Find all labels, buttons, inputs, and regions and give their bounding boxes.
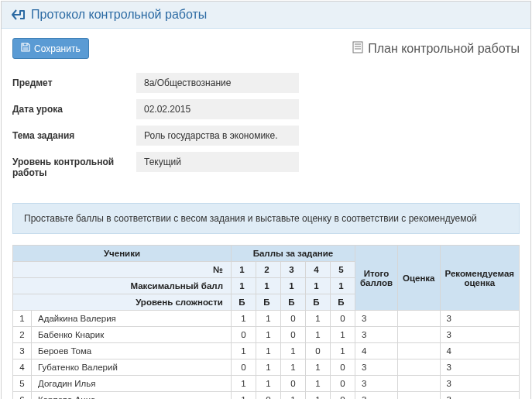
subhead-cell: 3 xyxy=(280,262,305,278)
score-cell[interactable]: 1 xyxy=(305,392,330,400)
recommended-cell: 3 xyxy=(440,359,520,376)
form-row-level: Уровень контрольной работы Текущий xyxy=(12,152,520,178)
grade-cell[interactable] xyxy=(397,392,440,400)
score-cell[interactable]: 0 xyxy=(305,343,330,359)
score-cell[interactable]: 1 xyxy=(256,311,280,327)
subhead-cell: 1 xyxy=(256,278,280,294)
score-cell[interactable]: 1 xyxy=(280,359,305,376)
subject-label: Предмет xyxy=(12,73,136,88)
score-cell[interactable]: 1 xyxy=(231,311,256,327)
total-cell: 3 xyxy=(355,392,397,400)
score-cell[interactable]: 1 xyxy=(305,327,330,343)
row-index: 3 xyxy=(13,343,32,359)
grade-cell[interactable] xyxy=(397,327,440,343)
score-cell[interactable]: 1 xyxy=(256,327,280,343)
total-cell: 4 xyxy=(355,343,397,359)
score-cell[interactable]: 0 xyxy=(280,327,305,343)
grade-cell[interactable] xyxy=(397,359,440,376)
score-cell[interactable]: 1 xyxy=(305,376,330,392)
subhead-label: Максимальный балл xyxy=(13,278,232,294)
table-row: 4Губатенко Валерий0111033 xyxy=(13,359,520,376)
row-index: 2 xyxy=(13,327,32,343)
total-cell: 3 xyxy=(355,311,397,327)
save-button[interactable]: Сохранить xyxy=(12,38,89,59)
row-index: 4 xyxy=(13,359,32,376)
student-name: Бероев Тома xyxy=(32,343,232,359)
student-name: Губатенко Валерий xyxy=(32,359,232,376)
save-button-label: Сохранить xyxy=(34,43,81,54)
plan-link[interactable]: План контрольной работы xyxy=(352,41,520,57)
svg-rect-0 xyxy=(353,42,362,53)
subject-value: 8а/Обществознание xyxy=(136,73,299,93)
score-cell[interactable]: 1 xyxy=(280,392,305,400)
table-row: 6Карпова Анна1011033 xyxy=(13,392,520,400)
subhead-label: Уровень сложности xyxy=(13,294,232,311)
th-scores: Баллы за задание xyxy=(231,246,355,262)
score-cell[interactable]: 1 xyxy=(330,327,355,343)
recommended-cell: 3 xyxy=(440,376,520,392)
save-icon xyxy=(21,43,30,54)
score-cell[interactable]: 1 xyxy=(256,343,280,359)
page-header: Протокол контрольной работы xyxy=(2,2,530,29)
date-label: Дата урока xyxy=(12,99,136,115)
grid-wrap: Ученики Баллы за задание Итого баллов Оц… xyxy=(2,245,530,399)
score-cell[interactable]: 0 xyxy=(330,392,355,400)
plan-link-label: План контрольной работы xyxy=(368,42,520,56)
score-cell[interactable]: 0 xyxy=(231,327,256,343)
score-cell[interactable]: 0 xyxy=(231,359,256,376)
row-index: 6 xyxy=(13,392,32,400)
subhead-cell: 4 xyxy=(305,262,330,278)
recommended-cell: 3 xyxy=(440,311,520,327)
form-row-date: Дата урока 02.02.2015 xyxy=(12,99,520,119)
page-title: Протокол контрольной работы xyxy=(31,8,207,22)
score-cell[interactable]: 1 xyxy=(231,343,256,359)
student-name: Бабенко Кнарик xyxy=(32,327,232,343)
score-cell[interactable]: 1 xyxy=(305,359,330,376)
results-table: Ученики Баллы за задание Итого баллов Оц… xyxy=(12,245,520,399)
score-cell[interactable]: 1 xyxy=(305,311,330,327)
info-banner: Проставьте баллы в соответствии с весом … xyxy=(12,203,520,234)
table-row: 2Бабенко Кнарик0101133 xyxy=(13,327,520,343)
recommended-cell: 4 xyxy=(440,343,520,359)
subhead-cell: Б xyxy=(330,294,355,311)
total-cell: 3 xyxy=(355,327,397,343)
score-cell[interactable]: 0 xyxy=(256,392,280,400)
score-cell[interactable]: 0 xyxy=(330,311,355,327)
row-index: 5 xyxy=(13,376,32,392)
subhead-cell: 1 xyxy=(280,278,305,294)
grade-cell[interactable] xyxy=(397,311,440,327)
level-label: Уровень контрольной работы xyxy=(12,152,136,178)
back-icon[interactable] xyxy=(11,9,25,21)
subhead-cell: 2 xyxy=(256,262,280,278)
subhead-cell: 1 xyxy=(231,278,256,294)
grade-cell[interactable] xyxy=(397,376,440,392)
score-cell[interactable]: 1 xyxy=(256,376,280,392)
subhead-cell: 1 xyxy=(330,278,355,294)
student-name: Догадин Илья xyxy=(32,376,232,392)
score-cell[interactable]: 1 xyxy=(256,359,280,376)
row-index: 1 xyxy=(13,311,32,327)
subhead-cell: 5 xyxy=(330,262,355,278)
subhead-cell: Б xyxy=(231,294,256,311)
level-value: Текущий xyxy=(136,152,299,172)
score-cell[interactable]: 1 xyxy=(231,376,256,392)
score-cell[interactable]: 0 xyxy=(280,376,305,392)
score-cell[interactable]: 1 xyxy=(231,392,256,400)
form-row-topic: Тема задания Роль государства в экономик… xyxy=(12,126,520,146)
total-cell: 3 xyxy=(355,376,397,392)
student-name: Адайкина Валерия xyxy=(32,311,232,327)
score-cell[interactable]: 0 xyxy=(330,376,355,392)
score-cell[interactable]: 0 xyxy=(330,359,355,376)
subhead-cell: Б xyxy=(280,294,305,311)
subhead-cell: Б xyxy=(305,294,330,311)
score-cell[interactable]: 0 xyxy=(280,311,305,327)
subhead-label: № xyxy=(13,262,232,278)
document-icon xyxy=(352,41,363,57)
subhead-cell: 1 xyxy=(231,262,256,278)
total-cell: 3 xyxy=(355,359,397,376)
form: Предмет 8а/Обществознание Дата урока 02.… xyxy=(2,64,530,192)
score-cell[interactable]: 1 xyxy=(330,343,355,359)
grade-cell[interactable] xyxy=(397,343,440,359)
score-cell[interactable]: 1 xyxy=(280,343,305,359)
table-body: 1Адайкина Валерия11010332Бабенко Кнарик0… xyxy=(13,311,520,400)
